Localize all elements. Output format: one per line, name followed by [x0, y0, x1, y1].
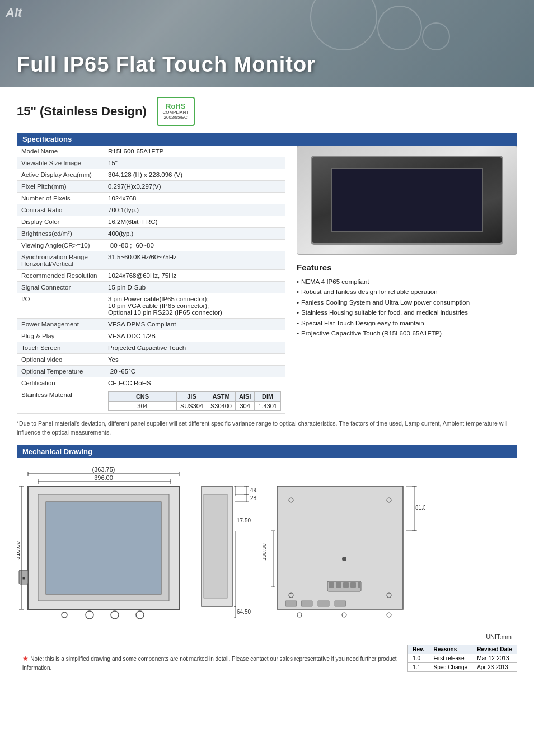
feature-item: Special Flat Touch Design easy to mainta…	[297, 318, 517, 328]
spec-name: Model Name	[17, 146, 104, 157]
spec-name: Active Display Area(mm)	[17, 169, 104, 181]
svg-text:(363.75): (363.75)	[92, 466, 115, 473]
svg-rect-66	[358, 582, 360, 588]
svg-rect-65	[350, 582, 356, 588]
unit-label: UNIT:mm	[17, 633, 517, 640]
rev-table-section: Rev.ReasonsRevised Date1.0First releaseM…	[407, 645, 517, 672]
stainless-header: CNS	[109, 392, 177, 402]
spec-value: 16.2M(6bit+FRC)	[104, 216, 285, 228]
rev-cell: 1.1	[408, 662, 429, 671]
header-title: Full IP65 Flat Touch Monitor	[17, 53, 316, 77]
stainless-value: S30400	[207, 402, 236, 411]
features-list: NEMA 4 IP65 compliantRobust and fanless …	[297, 277, 517, 338]
note-text: Note: this is a simplified drawing and s…	[22, 656, 397, 671]
spec-name: Certification	[17, 377, 104, 389]
spec-name: Display Color	[17, 216, 104, 228]
stainless-header: JIS	[177, 392, 207, 402]
spec-col: Model NameR15L600-65A1FTPViewable Size I…	[17, 146, 285, 414]
svg-rect-69	[318, 601, 329, 606]
header: Alt Full IP65 Flat Touch Monitor	[0, 0, 534, 87]
spec-header: Specifications	[17, 133, 517, 146]
drawing-middle: 49.00 28.50 17.50 64.50	[196, 464, 257, 628]
rev-header: Rev.	[408, 645, 429, 654]
product-image	[297, 146, 517, 255]
spec-value: Yes	[104, 354, 285, 366]
rohs-badge: RoHS COMPLIANT 2002/95/EC	[157, 97, 195, 126]
spec-value: R15L600-65A1FTP	[104, 146, 285, 157]
spec-value: 15"	[104, 157, 285, 169]
spec-name: Viewing Angle(CR>=10)	[17, 240, 104, 251]
spec-name: I/O	[17, 293, 104, 319]
svg-rect-70	[335, 601, 346, 606]
spec-name: Viewable Size Image	[17, 157, 104, 169]
feature-item: Robust and fanless design for reliable o…	[297, 287, 517, 297]
svg-point-71	[297, 613, 302, 617]
stainless-inner: CNSJISASTMAISIDIM 304SUS304S304003041.43…	[108, 391, 281, 411]
stainless-value: 1.4301	[255, 402, 281, 411]
monitor-bezel	[311, 156, 504, 244]
stainless-data: CNSJISASTMAISIDIM 304SUS304S304003041.43…	[104, 389, 285, 414]
spec-value: 3 pin Power cable(IP65 connector); 10 pi…	[104, 293, 285, 319]
feature-item: Fanless Cooling System and Ultra Low pow…	[297, 297, 517, 307]
two-col-layout: Model NameR15L600-65A1FTPViewable Size I…	[17, 146, 517, 414]
svg-rect-62	[329, 582, 334, 588]
svg-rect-10	[46, 502, 161, 594]
spec-value: 15 pin D-Sub	[104, 282, 285, 293]
footnote: *Due to Panel material's deviation, diff…	[17, 419, 517, 437]
svg-point-16	[136, 611, 144, 619]
deco-circle-3	[422, 22, 450, 50]
stainless-header: ASTM	[207, 392, 236, 402]
rev-cell: First release	[429, 654, 472, 662]
stainless-header: DIM	[255, 392, 281, 402]
spec-value: Projected Capacitive Touch	[104, 342, 285, 354]
svg-text:49.00: 49.00	[250, 487, 257, 493]
spec-value: 304.128 (H) x 228.096 (V)	[104, 169, 285, 181]
spec-value: 0.297(H)x0.297(V)	[104, 181, 285, 193]
rev-cell: Spec Change	[429, 662, 472, 671]
svg-rect-67	[285, 601, 297, 606]
title-section: 15" (Stainless Design) RoHS COMPLIANT 20…	[17, 97, 517, 126]
svg-point-73	[387, 613, 391, 617]
svg-point-60	[342, 557, 346, 561]
rohs-line1: RoHS	[166, 102, 185, 110]
svg-rect-31	[204, 494, 227, 598]
spec-name: Touch Screen	[17, 342, 104, 354]
spec-value: 1024x768@60Hz, 75Hz	[104, 270, 285, 282]
svg-point-72	[342, 613, 346, 617]
rev-cell: 1.0	[408, 654, 429, 662]
spec-value: CE,FCC,RoHS	[104, 377, 285, 389]
side-view-svg: 49.00 28.50 17.50 64.50	[196, 464, 257, 626]
spec-name: Plug & Play	[17, 330, 104, 342]
front-view-svg: (363.75) 396.00 ■	[17, 464, 190, 626]
spec-value: -80~80 ; -60~80	[104, 240, 285, 251]
svg-point-14	[86, 611, 93, 619]
svg-text:100.00: 100.00	[263, 543, 267, 560]
star-icon: ★	[22, 655, 30, 662]
svg-text:■: ■	[22, 576, 25, 580]
stainless-value: 304	[235, 402, 254, 411]
svg-rect-64	[343, 582, 349, 588]
svg-point-15	[111, 611, 119, 619]
svg-text:81.50: 81.50	[415, 505, 425, 511]
spec-name: Signal Connector	[17, 282, 104, 293]
svg-text:17.50: 17.50	[237, 517, 251, 524]
rev-table: Rev.ReasonsRevised Date1.0First releaseM…	[407, 645, 517, 672]
stainless-value: 304	[109, 402, 177, 411]
bottom-area: ★ Note: this is a simplified drawing and…	[17, 645, 517, 674]
spec-value: VESA DDC 1/2B	[104, 330, 285, 342]
rev-header: Reasons	[429, 645, 472, 654]
page-title: 15" (Stainless Design)	[17, 104, 147, 119]
mech-header: Mechanical Drawing	[17, 445, 517, 458]
monitor-screen	[331, 168, 483, 232]
spec-value: 400(typ.)	[104, 228, 285, 240]
spec-name: Brightness(cd/m²)	[17, 228, 104, 240]
svg-text:396.00: 396.00	[94, 474, 113, 481]
spec-value: 31.5~60.0KHz/60~75Hz	[104, 251, 285, 270]
spec-name: Number of Pixels	[17, 193, 104, 204]
feature-item: Projective Capacitive Touch (R15L600-65A…	[297, 328, 517, 338]
spec-name: Contrast Ratio	[17, 204, 104, 216]
svg-text:28.50: 28.50	[250, 495, 257, 501]
stainless-label: Stainless Material	[17, 389, 104, 414]
spec-name: Optional video	[17, 354, 104, 366]
spec-table: Model NameR15L600-65A1FTPViewable Size I…	[17, 146, 285, 389]
